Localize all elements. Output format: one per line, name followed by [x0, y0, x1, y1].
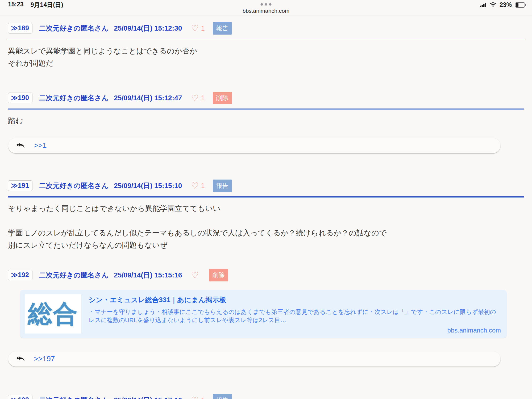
post-datetime: 25/09/14(日) 15:17:10	[114, 396, 182, 399]
header-divider	[8, 109, 524, 110]
like-count: 1	[201, 396, 205, 399]
delete-button[interactable]: 削除	[209, 269, 228, 281]
body-line: そりゃまったく同じことはできないから異能学園立ててもいい	[8, 202, 524, 215]
address-bar-url: bbs.animanch.com	[243, 8, 289, 14]
body-line: 異能スレで異能学園と同じようなことはできるのか否か	[8, 45, 524, 57]
heart-icon: ♡	[191, 181, 199, 190]
body-line: 学園モノのスレが乱立してるんだし似たテーマもあるしの状況で人は入ってくるか？続け…	[8, 227, 524, 239]
body-line: それが問題だ	[8, 57, 524, 69]
post-header: ≫193 二次元好きの匿名さん 25/09/14(日) 15:17:10 ♡ 1…	[8, 393, 524, 399]
post-number-badge[interactable]: ≫193	[8, 395, 32, 399]
signal-icon	[480, 3, 487, 7]
post-193: ≫193 二次元好きの匿名さん 25/09/14(日) 15:17:10 ♡ 1…	[8, 393, 524, 399]
tab-overview-icon[interactable]	[261, 3, 272, 6]
report-button[interactable]: 報告	[213, 22, 232, 35]
report-button[interactable]: 報告	[213, 394, 232, 399]
post-header: ≫190 二次元好きの匿名さん 25/09/14(日) 15:12:47 ♡ 1…	[8, 91, 524, 105]
reply-link[interactable]: >>1	[34, 141, 47, 150]
post-191: ≫191 二次元好きの匿名さん 25/09/14(日) 15:15:10 ♡ 1…	[8, 179, 524, 251]
bbs-page: 15:23 9月14日(日)	[0, 0, 532, 399]
link-domain: bbs.animanch.com	[89, 327, 501, 334]
reply-link-box[interactable]: >>1	[8, 138, 501, 153]
body-line: 踏む	[8, 115, 524, 127]
like-button[interactable]: ♡ 1	[191, 181, 205, 190]
body-line	[8, 215, 524, 227]
heart-icon: ♡	[191, 271, 199, 279]
link-card-content: シン・エミュスレ総合331｜あにまん掲示板 ・マナーを守りましょう・相談事にここ…	[89, 294, 501, 334]
post-datetime: 25/09/14(日) 15:15:10	[114, 181, 182, 190]
reply-icon	[16, 355, 25, 363]
post-author[interactable]: 二次元好きの匿名さん	[39, 93, 109, 103]
post-number-badge[interactable]: ≫191	[8, 180, 32, 191]
post-datetime: 25/09/14(日) 15:12:30	[114, 24, 182, 33]
reply-link[interactable]: >>197	[34, 355, 55, 363]
post-author[interactable]: 二次元好きの匿名さん	[39, 181, 109, 190]
post-number-badge[interactable]: ≫192	[8, 270, 32, 280]
link-card[interactable]: 総合 シン・エミュスレ総合331｜あにまん掲示板 ・マナーを守りましょう・相談事…	[20, 290, 507, 338]
post-192: ≫192 二次元好きの匿名さん 25/09/14(日) 15:15:16 ♡ 削…	[8, 268, 524, 338]
like-count: 1	[201, 182, 205, 190]
reply-icon	[16, 142, 25, 149]
like-button[interactable]: ♡	[191, 271, 201, 279]
post-body: 異能スレで異能学園と同じようなことはできるのか否か それが問題だ	[8, 45, 524, 69]
post-body: そりゃまったく同じことはできないから異能学園立ててもいい 学園モノのスレが乱立し…	[8, 202, 524, 251]
post-datetime: 25/09/14(日) 15:12:47	[114, 93, 182, 103]
wifi-icon	[490, 2, 496, 7]
post-header: ≫191 二次元好きの匿名さん 25/09/14(日) 15:15:10 ♡ 1…	[8, 179, 524, 193]
post-189: ≫189 二次元好きの匿名さん 25/09/14(日) 15:12:30 ♡ 1…	[8, 21, 524, 69]
delete-button[interactable]: 削除	[213, 92, 232, 104]
post-header: ≫192 二次元好きの匿名さん 25/09/14(日) 15:15:16 ♡ 削…	[8, 268, 524, 282]
post-header: ≫189 二次元好きの匿名さん 25/09/14(日) 15:12:30 ♡ 1…	[8, 21, 524, 35]
like-count: 1	[201, 94, 205, 102]
report-button[interactable]: 報告	[213, 180, 232, 192]
reply-link-box[interactable]: >>197	[8, 351, 501, 367]
header-divider	[8, 39, 524, 40]
post-author[interactable]: 二次元好きの匿名さん	[39, 271, 109, 280]
address-bar[interactable]: bbs.animanch.com	[0, 7, 532, 15]
header-divider	[8, 196, 524, 198]
browser-chrome: 15:23 9月14日(日)	[0, 0, 532, 15]
like-button[interactable]: ♡ 1	[191, 24, 205, 32]
like-count: 1	[201, 24, 205, 32]
heart-icon: ♡	[191, 24, 199, 32]
post-author[interactable]: 二次元好きの匿名さん	[39, 24, 109, 33]
body-line: 別にスレ立てたいだけならなんの問題もないぜ	[8, 239, 524, 251]
thumbnail-text: 総合	[28, 297, 78, 330]
heart-icon: ♡	[191, 396, 199, 399]
like-button[interactable]: ♡ 1	[191, 396, 205, 399]
post-author[interactable]: 二次元好きの匿名さん	[39, 396, 109, 399]
like-button[interactable]: ♡ 1	[191, 94, 205, 102]
heart-icon: ♡	[191, 94, 199, 102]
post-number-badge[interactable]: ≫189	[8, 23, 32, 34]
link-description: ・マナーを守りましょう・相談事にここでもらえるのはあくまでも第三者の意見であるこ…	[89, 308, 501, 324]
link-thumbnail: 総合	[25, 294, 81, 334]
post-body: 踏む	[8, 115, 524, 127]
link-title: シン・エミュスレ総合331｜あにまん掲示板	[89, 295, 501, 305]
post-datetime: 25/09/14(日) 15:15:16	[114, 271, 182, 280]
post-number-badge[interactable]: ≫190	[8, 93, 32, 103]
post-190: ≫190 二次元好きの匿名さん 25/09/14(日) 15:12:47 ♡ 1…	[8, 91, 524, 127]
